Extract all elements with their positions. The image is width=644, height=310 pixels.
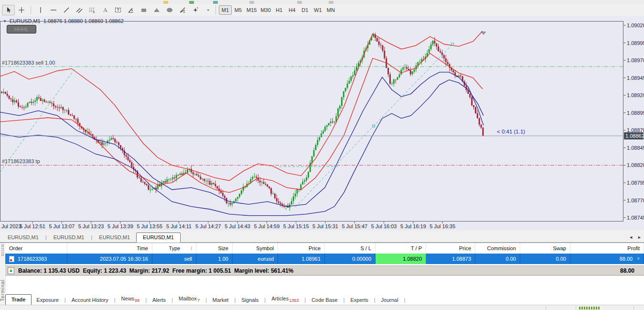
order-cell-sl-value: 0.00000	[352, 254, 371, 264]
order-cell-tp[interactable]: 1.08820	[376, 254, 426, 264]
chart-collapse-icon[interactable]: ▼	[3, 19, 7, 23]
terminal-tab-journal[interactable]: Journal	[376, 295, 403, 305]
order-row[interactable]: 17186233832023.07.05 16:30:16sell1.00eur…	[5, 254, 644, 264]
terminal-tab-trade[interactable]: Trade	[5, 294, 32, 306]
svg-text:1.08862: 1.08862	[625, 133, 644, 139]
terminal-tab-news[interactable]: News99	[117, 294, 145, 305]
time-axis[interactable]: Jul 20235 Jul 12:515 Jul 13:075 Jul 13:2…	[1, 222, 455, 230]
status-divider	[546, 306, 546, 310]
chart-tab-2[interactable]: EURUSD,M1	[47, 233, 91, 242]
tool-crosshair-button[interactable]	[15, 5, 28, 15]
tool-arrow-styles-button[interactable]	[189, 5, 202, 15]
timeframe-w1-button[interactable]: W1	[311, 5, 324, 15]
column-header-time[interactable]: Time	[67, 243, 152, 254]
tool-cursor-button[interactable]	[2, 5, 15, 15]
tab-separator: |	[171, 295, 174, 305]
balance-summary: Balance: 1 135.43 USD Equity: 1 223.43 M…	[18, 267, 293, 274]
chart-tab-3[interactable]: EURUSD,M1	[93, 233, 136, 242]
tab-label: Articles	[271, 296, 289, 301]
terminal-tab-mailbox[interactable]: Mailbox7	[174, 294, 204, 305]
timeframe-toolbar: M1M5M15M30H1H4D1W1MN	[215, 5, 337, 15]
price-axis[interactable]: 1.090201.089951.089701.089451.089201.088…	[624, 22, 644, 221]
scroll-right-icon[interactable]: ►	[637, 235, 642, 240]
column-header-size[interactable]: Size	[196, 243, 233, 254]
timeframe-m5-button[interactable]: M5	[232, 5, 245, 15]
timeframe-m1-button[interactable]: M1	[219, 5, 232, 15]
tab-separator: |	[373, 295, 376, 305]
column-header-profit[interactable]: Profit	[570, 243, 644, 254]
column-header-order[interactable]: Order	[5, 243, 67, 254]
tool-trendline-button[interactable]	[60, 5, 73, 15]
tab-separator: |	[204, 295, 208, 305]
price-chart[interactable]: #1718623383 sell 1.00#1718623383 tp< 0:4…	[0, 16, 644, 230]
terminal-tab-code-base[interactable]: Code Base	[307, 295, 342, 305]
timeframe-h4-button[interactable]: H4	[286, 5, 299, 15]
order-cell-commission[interactable]: 0.00	[475, 254, 520, 264]
column-header-symbol[interactable]: Symbol	[233, 243, 278, 254]
tool-fibonacci-button[interactable]: F	[86, 5, 98, 15]
terminal-tab-market[interactable]: Market	[208, 295, 234, 305]
tool-rectangle-button[interactable]	[137, 5, 150, 15]
tool-channel-button[interactable]	[73, 5, 86, 15]
timeframe-m30-button[interactable]: M30	[258, 5, 272, 15]
chart-tab-4[interactable]: EURUSD,M1	[136, 232, 181, 243]
tool-arrow-dropdown-button[interactable]	[202, 5, 215, 15]
column-header-swap[interactable]: Swap	[520, 243, 570, 254]
timeframe-m15-button[interactable]: M15	[245, 5, 258, 15]
column-header-tp[interactable]: T / P	[376, 243, 426, 254]
ellipse-icon	[166, 6, 173, 14]
order-cell-time[interactable]: 2023.07.05 16:30:16	[67, 254, 152, 264]
terminal-tab-alerts[interactable]: Alerts	[148, 295, 171, 305]
column-header-type[interactable]: Type/	[152, 243, 196, 254]
tab-separator: |	[113, 295, 117, 305]
column-header-sl[interactable]: S / L	[325, 243, 376, 254]
tool-fibo-channel-button[interactable]: F	[176, 5, 189, 15]
timeframe-mn-button[interactable]: MN	[324, 5, 337, 15]
close-position-icon[interactable]: ×	[637, 254, 640, 264]
order-cell-symbol[interactable]: eurusd	[233, 254, 278, 264]
timeframe-d1-button[interactable]: D1	[299, 5, 311, 15]
total-profit: 88.00	[620, 267, 644, 274]
scroll-left-icon[interactable]: ◄	[629, 235, 633, 240]
timeframe-h1-button[interactable]: H1	[273, 5, 286, 15]
tool-text-button[interactable]: A	[98, 5, 111, 15]
crosshair-icon	[18, 6, 25, 14]
tool-ellipse-button[interactable]	[163, 5, 176, 15]
hhhl-indicator-button[interactable]: HHHL	[7, 25, 36, 33]
column-header-price[interactable]: Price	[278, 243, 325, 254]
svg-text:1.08845: 1.08845	[627, 145, 644, 151]
svg-text:Jul 2023: Jul 2023	[1, 223, 21, 229]
column-header-commission[interactable]: Commission	[475, 243, 520, 254]
terminal-tab-exposure[interactable]: Exposure	[32, 295, 63, 305]
terminal-tab-articles[interactable]: Articles1353	[267, 294, 303, 305]
order-cell-type[interactable]: sell	[152, 254, 196, 264]
svg-text:F: F	[93, 11, 95, 14]
chart-tab-1[interactable]: EURUSD,M1	[1, 233, 45, 242]
channel-icon	[75, 6, 83, 14]
order-cell-swap[interactable]: 0.00	[520, 254, 570, 264]
tool-triangle-button[interactable]	[150, 5, 163, 15]
tool-angle-button[interactable]	[124, 5, 137, 15]
order-cell-size[interactable]: 1.00	[196, 254, 233, 264]
panel-grip[interactable]	[1, 244, 4, 256]
svg-text:5 Jul 14:59: 5 Jul 14:59	[254, 223, 279, 229]
terminal-tab-bar: TradeExposure|Account History|News99|Ale…	[5, 293, 644, 305]
order-cell-price_current[interactable]: 1.08873	[426, 254, 475, 264]
terminal-tab-account-history[interactable]: Account History	[67, 295, 113, 305]
order-cell-time-value: 2023.07.05 16:30:16	[100, 254, 148, 264]
tab-label: Mailbox	[179, 296, 197, 301]
order-cell-price[interactable]: 1.08961	[278, 254, 325, 264]
order-cell-profit[interactable]: 88.00×	[570, 254, 644, 264]
terminal-tab-signals[interactable]: Signals	[236, 295, 263, 305]
tool-text-label-button[interactable]: T	[111, 5, 124, 15]
order-cell-sl[interactable]: 0.00000	[325, 254, 376, 264]
trendlines-layer[interactable]	[0, 43, 454, 207]
svg-text:1.08920: 1.08920	[627, 92, 644, 98]
order-cell-order[interactable]: 1718623383	[5, 254, 67, 264]
svg-text:A: A	[103, 7, 107, 13]
column-header-price[interactable]: Price	[426, 243, 475, 254]
tool-horizontal-line-button[interactable]	[47, 5, 60, 15]
tool-vertical-line-button[interactable]	[34, 5, 47, 15]
chart-window[interactable]: #1718623383 sell 1.00#1718623383 tp< 0:4…	[0, 16, 644, 230]
terminal-tab-experts[interactable]: Experts	[345, 295, 373, 305]
